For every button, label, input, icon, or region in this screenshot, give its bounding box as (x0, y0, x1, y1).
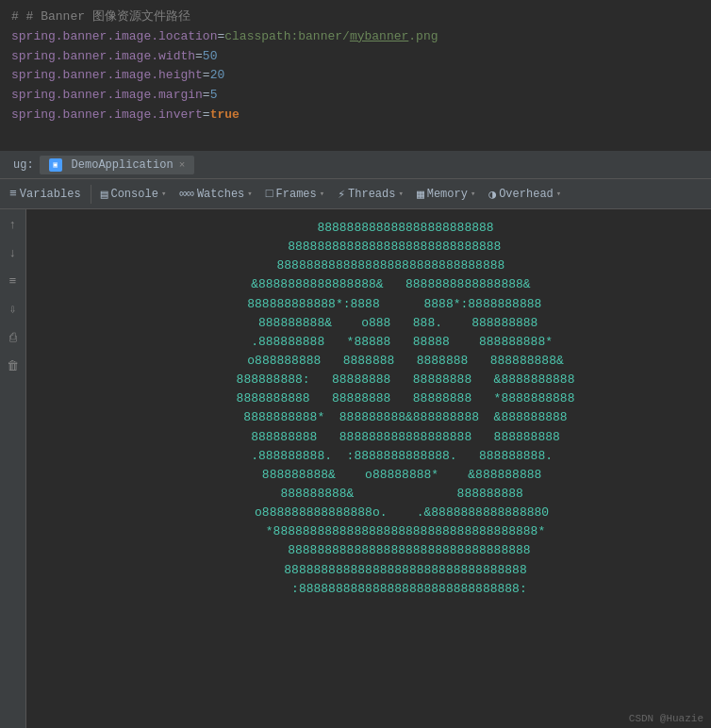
delete-button[interactable]: 🗑 (4, 356, 23, 375)
ascii-art-display: 888888888888888888888888 888888888888888… (26, 219, 711, 599)
ascii-line: 8888888888 88888888 88888888 *8888888888 (36, 389, 702, 408)
debug-toolbar: ≡ Variables ▤ Console ▾ ∞∞ Watches ▾ □ F… (0, 179, 711, 209)
code-key-2: spring.banner.image.width (11, 49, 195, 63)
watermark: CSDN @Huazie (629, 713, 703, 724)
code-line-1: spring.banner.image.location=classpath:b… (11, 27, 700, 47)
ascii-line: &8888888888888888& 8888888888888888& (36, 275, 702, 294)
ascii-line: 88888888888888888888888888888 (36, 238, 702, 256)
ascii-line: 8888888888* 888888888&888888888 &8888888… (36, 408, 702, 427)
memory-icon: ▦ (417, 187, 424, 202)
code-val-num-2: 50 (203, 49, 218, 63)
tab-close-button[interactable]: × (179, 159, 186, 171)
frames-button[interactable]: □ Frames ▾ (260, 184, 330, 204)
console-label: Console (110, 188, 157, 201)
filter-button[interactable]: ≡ (4, 272, 23, 290)
frames-dropdown-arrow: ▾ (320, 189, 324, 199)
ascii-line: 888888888& 888888888 (36, 485, 702, 504)
code-line-3: spring.banner.image.height=20 (11, 66, 700, 86)
threads-icon: ⚡ (338, 187, 345, 202)
ascii-line: .888888888 *88888 88888 888888888* (36, 333, 702, 352)
ascii-line: :888888888888888888888888888888: (36, 580, 702, 599)
code-line-4: spring.banner.image.margin=5 (11, 86, 700, 106)
watches-dropdown-arrow: ▾ (247, 189, 252, 199)
ascii-line: 888888888 888888888888888888 888888888 (36, 428, 702, 447)
main-content: ↑ ↓ ≡ ⇩ ⎙ 🗑 888888888888888888888888 888… (0, 209, 711, 728)
console-button[interactable]: ▤ Console ▾ (95, 184, 173, 205)
app-icon: ▣ (49, 158, 62, 172)
code-val-num-4: 5 (210, 88, 218, 102)
code-val-path-1: classpath:banner/ (224, 29, 350, 43)
code-val-ext: .png (408, 29, 438, 43)
download-button[interactable]: ⇩ (4, 300, 23, 319)
variables-icon: ≡ (9, 187, 17, 201)
code-val-underline: mybanner (350, 29, 408, 43)
tab-name: DemoApplication (72, 158, 174, 172)
overhead-label: Overhead (499, 188, 554, 201)
threads-dropdown-arrow: ▾ (398, 189, 403, 199)
debug-label: ug: (8, 158, 40, 172)
variables-label: Variables (20, 188, 81, 201)
code-val-num-3: 20 (210, 68, 225, 82)
ascii-line: 888888888888888888888888 (36, 219, 702, 238)
demo-application-tab[interactable]: ▣ DemoApplication × (40, 156, 195, 174)
ascii-line: .888888888. :8888888888888. 888888888. (36, 447, 702, 466)
console-icon: ▤ (101, 187, 108, 202)
threads-button[interactable]: ⚡ Threads ▾ (332, 184, 409, 205)
console-dropdown-arrow: ▾ (161, 189, 166, 199)
ascii-line: 888888888888888888888888888888888 (36, 561, 702, 580)
code-editor: # # Banner 图像资源文件路径 spring.banner.image.… (0, 0, 711, 151)
ascii-line: 888888888: 88888888 88888888 &8888888888 (36, 371, 702, 389)
variables-button[interactable]: ≡ Variables (4, 184, 87, 204)
code-key-4: spring.banner.image.margin (11, 88, 203, 102)
overhead-button[interactable]: ◑ Overhead ▾ (483, 184, 567, 205)
memory-label: Memory (427, 188, 468, 201)
print-button[interactable]: ⎙ (4, 328, 23, 347)
ascii-line: *888888888888888888888888888888888888* (36, 522, 702, 541)
ascii-line: o888888888888888o. .&8888888888888880 (36, 504, 702, 522)
watches-icon: ∞∞ (179, 187, 194, 201)
frames-icon: □ (266, 187, 273, 201)
hash-symbol: # (11, 9, 26, 24)
code-line-5: spring.banner.image.invert=true (11, 106, 700, 125)
ascii-line: 8888888888888888888888888888888 (36, 256, 702, 275)
toolbar-separator-1 (91, 185, 91, 204)
code-key-5: spring.banner.image.invert (11, 108, 203, 122)
console-output: 888888888888888888888888 888888888888888… (26, 209, 711, 728)
memory-dropdown-arrow: ▾ (471, 189, 475, 199)
code-val-bool-5: true (210, 108, 240, 122)
code-line-2: spring.banner.image.width=50 (11, 47, 700, 67)
overhead-icon: ◑ (488, 187, 496, 202)
debug-tab-bar: ug: ▣ DemoApplication × (0, 151, 711, 179)
memory-button[interactable]: ▦ Memory ▾ (411, 184, 481, 205)
ascii-line: 888888888& o88888888* &888888888 (36, 466, 702, 485)
ascii-line: 888888888888*:8888 8888*:8888888888 (36, 295, 702, 314)
ascii-line: 888888888& o888 888. 888888888 (36, 314, 702, 333)
watches-button[interactable]: ∞∞ Watches ▾ (174, 184, 257, 204)
code-key-3: spring.banner.image.height (11, 68, 203, 82)
ascii-line: 888888888888888888888888888888888 (36, 541, 702, 560)
down-arrow-button[interactable]: ↓ (4, 243, 23, 262)
code-key-1: spring.banner.image.location (11, 29, 217, 43)
frames-label: Frames (276, 188, 317, 201)
overhead-dropdown-arrow: ▾ (556, 189, 561, 199)
threads-label: Threads (348, 188, 395, 201)
code-comment: # # Banner 图像资源文件路径 (11, 8, 700, 27)
watches-label: Watches (197, 188, 244, 201)
up-arrow-button[interactable]: ↑ (4, 215, 23, 234)
ascii-line: o888888888 8888888 8888888 888888888& (36, 352, 702, 371)
left-sidebar: ↑ ↓ ≡ ⇩ ⎙ 🗑 (0, 209, 26, 728)
